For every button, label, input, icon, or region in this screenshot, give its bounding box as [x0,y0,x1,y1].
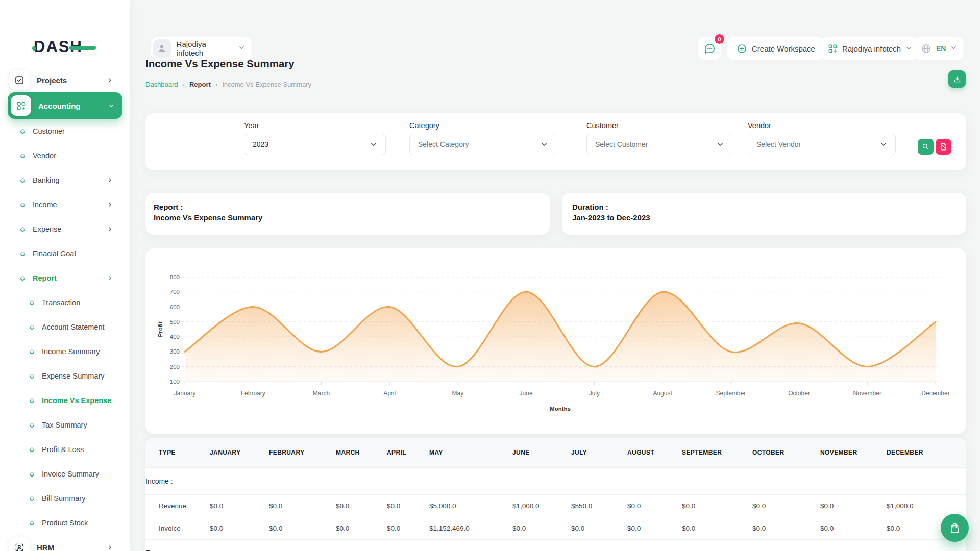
cell: $0.0 [387,495,429,517]
chevron-right-icon [107,77,113,83]
apply-filter-button[interactable] [918,139,934,155]
chevron-down-icon [905,45,912,52]
sidebar-item-label: Tax Summary [42,421,87,429]
bullet-icon [29,495,35,502]
sidebar-item-tax-summary[interactable]: Tax Summary [0,413,130,437]
logo-dash-icon [69,46,96,50]
sidebar-item-label: Banking [33,176,59,184]
report-summary-card: Report : Income Vs Expense Summary [145,193,550,235]
user-menu[interactable]: Rajodiya infotech [151,37,252,60]
avatar [153,39,171,58]
sidebar-item-projects[interactable]: Projects [0,68,130,92]
sidebar-item-product-stock[interactable]: Product Stock [0,511,130,535]
create-workspace-button[interactable]: Create Workspace [727,37,824,60]
sidebar-item-label: Expense [33,225,61,233]
breadcrumb-separator: › [183,81,185,88]
sidebar-item-transaction[interactable]: Transaction [0,290,130,315]
sidebar-item-label: Account Statement [42,323,105,331]
sidebar-item-account-statement[interactable]: Account Statement [0,315,130,339]
svg-text:400: 400 [170,334,180,340]
cell: $0.0 [336,517,387,540]
table-row: Invoice$0.0$0.0$0.0$0.0$1,152,469.0$0.0$… [145,517,966,540]
customer-select[interactable]: Select Customer [586,134,732,155]
main-area: Rajodiya infotech 0 Create Workspace Raj… [130,0,980,551]
sidebar-item-finacial-goal[interactable]: Finacial Goal [0,241,130,266]
svg-text:January: January [174,390,196,397]
sidebar-item-report[interactable]: Report [0,266,130,290]
category-select[interactable]: Select Category [409,134,556,155]
workspace-name: Rajodiya infotech [842,44,901,53]
year-field: Year 2023 [244,121,386,130]
cell: $0.0 [210,517,269,540]
sidebar-item-bill-summary[interactable]: Bill Summary [0,486,130,511]
sidebar: DASH ProjectsAccountingCustomerVendorBan… [0,0,130,551]
cell: $0.0 [752,495,820,517]
sidebar-item-customer[interactable]: Customer [0,119,130,143]
grid-plus-icon [11,95,31,116]
svg-text:July: July [589,390,600,397]
sidebar-item-invoice-summary[interactable]: Invoice Summary [0,462,130,486]
chevron-right-icon [107,275,113,281]
chat-icon [704,43,716,55]
vendor-select[interactable]: Select Vendor [748,134,896,155]
svg-text:600: 600 [170,304,180,310]
person-icon [156,43,167,54]
clear-filter-icon [939,142,948,151]
sidebar-item-banking[interactable]: Banking [0,168,130,192]
cell: $0.0 [820,495,887,517]
cell: $1,152,469.0 [429,517,512,540]
breadcrumb: Dashboard›Report›Income Vs Expense Summa… [145,81,311,88]
reset-filter-button[interactable] [936,139,951,155]
cell: $0.0 [387,517,429,540]
sidebar-item-income[interactable]: Income [0,192,130,217]
sidebar-item-income-vs-expense[interactable]: Income Vs Expense [0,388,130,413]
chevron-down-icon [370,141,377,148]
svg-text:500: 500 [170,319,180,325]
checkbox-icon [9,70,30,90]
brand-logo[interactable]: DASH [34,39,83,55]
sidebar-item-label: Income Summary [42,347,100,356]
svg-text:March: March [313,390,330,397]
bullet-icon [19,275,26,282]
sidebar-item-expense[interactable]: Expense [0,217,130,241]
year-label: Year [244,121,386,130]
sidebar-item-label: Expense Summary [42,372,105,380]
customer-label: Customer [586,121,732,130]
workspace-switcher[interactable]: Rajodiya infotech [821,37,919,60]
breadcrumb-item-dashboard[interactable]: Dashboard [145,81,178,88]
year-select[interactable]: 2023 [244,134,386,155]
cell: $550.0 [571,495,627,517]
table-section-row: Income : [145,468,966,495]
sidebar-item-hrm[interactable]: HRM [0,535,130,551]
bullet-icon [29,373,35,380]
download-button[interactable] [948,70,966,88]
sidebar-item-vendor[interactable]: Vendor [0,143,130,168]
sidebar-item-expense-summary[interactable]: Expense Summary [0,364,130,388]
column-header: AUGUST [627,438,682,468]
sidebar-item-label: Customer [33,127,65,135]
income-expense-table-card: TYPEJANUARYFEBRUARYMARCHAPRILMAYJUNEJULY… [145,438,966,551]
bullet-icon [29,471,35,478]
bullet-icon [19,226,26,233]
sidebar-item-label: Profit & Loss [42,445,84,454]
sidebar-item-income-summary[interactable]: Income Summary [0,339,130,364]
sidebar-item-accounting[interactable]: Accounting [8,92,122,119]
bullet-icon [19,251,26,257]
sidebar-item-profit-loss[interactable]: Profit & Loss [0,437,130,462]
svg-text:October: October [788,390,810,397]
category-label: Category [409,121,556,130]
cell: $0.0 [210,495,269,517]
table-header-row: TYPEJANUARYFEBRUARYMARCHAPRILMAYJUNEJULY… [145,438,966,468]
app-root: DASH ProjectsAccountingCustomerVendorBan… [0,0,980,551]
create-workspace-label: Create Workspace [752,44,815,53]
cell: $0.0 [269,495,336,517]
bullet-icon [19,202,26,208]
messages-button[interactable]: 0 [698,37,721,60]
language-switcher[interactable]: EN [914,37,964,60]
row-type: Invoice [145,517,210,540]
svg-text:December: December [921,390,949,397]
shop-floating-button[interactable] [941,514,969,542]
chevron-down-icon [880,141,887,148]
breadcrumb-item-report[interactable]: Report [189,81,211,88]
bullet-icon [29,520,35,527]
